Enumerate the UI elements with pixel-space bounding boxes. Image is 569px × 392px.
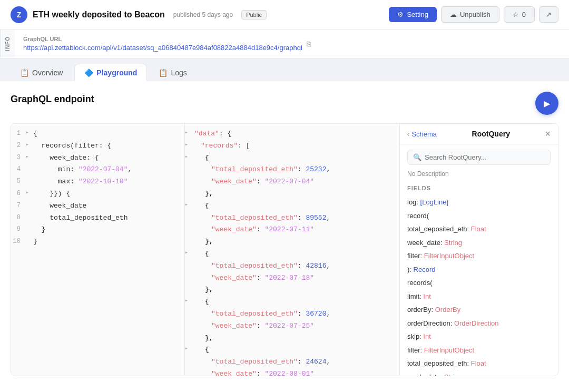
res-line: "week_date": "2022-07-25" (185, 320, 399, 332)
res-line: "week_date": "2022-07-11" (185, 224, 399, 236)
playground-icon: 🔷 (84, 68, 93, 77)
logo: Z (11, 6, 27, 23)
res-line: }, (185, 332, 399, 345)
header-left: Z ETH weekly deposited to Beacon publish… (11, 6, 267, 23)
schema-field-record: record( (400, 209, 558, 223)
tabs-bar: 📋 Overview 🔷 Playground 📋 Logs (0, 58, 569, 81)
tab-overview-label: Overview (32, 68, 63, 77)
res-line: ▸ { (185, 344, 399, 356)
graphql-url[interactable]: https://api.zettablock.com/api/v1/datase… (23, 44, 302, 52)
publish-meta: published 5 days ago (173, 11, 233, 18)
tab-logs[interactable]: 📋 Logs (149, 64, 196, 81)
info-content: GraphQL URL https://api.zettablock.com/a… (15, 30, 319, 58)
schema-pane: ‹ Schema RootQuery × 🔍 No Description FI… (400, 124, 558, 376)
res-line: }, (185, 188, 399, 200)
gear-icon: ⚙ (397, 11, 404, 18)
query-line-10: 10 } (11, 236, 184, 248)
schema-title: RootQuery (472, 130, 510, 138)
schema-subfield-records-total: total_deposited_eth: Float (400, 357, 558, 370)
schema-subfield-limit: limit: Int (400, 290, 558, 303)
schema-subfield-skip: skip: Int (400, 330, 558, 344)
result-pane[interactable]: ▸ "data": { ▸ "records": [ ▸ { "total_de… (185, 124, 400, 376)
schema-subfield-total-deposited-eth: total_deposited_eth: Float (400, 222, 558, 236)
tab-playground[interactable]: 🔷 Playground (74, 64, 147, 81)
query-pane[interactable]: 1 ▸ { 2 ▸ records(filter: { 3 ▸ week_dat… (11, 124, 185, 376)
res-line: ▸ { (185, 296, 399, 308)
star-icon: ☆ (513, 11, 519, 18)
tab-overview[interactable]: 📋 Overview (11, 64, 72, 81)
schema-search-input[interactable] (425, 153, 545, 161)
logs-icon: 📋 (159, 68, 168, 77)
main-content: GraphQL endpoint ▶ 1 ▸ { 2 ▸ records(fil… (0, 81, 569, 392)
info-label: INFO (0, 30, 15, 57)
tab-logs-label: Logs (171, 68, 187, 77)
schema-breadcrumb[interactable]: Schema (411, 130, 437, 138)
overview-icon: 📋 (20, 68, 29, 77)
query-line-3: 3 ▸ week_date: { (11, 152, 184, 164)
query-line-5: 5 max: "2022-10-10" (11, 176, 184, 188)
query-line-8: 8 total_deposited_eth (11, 212, 184, 224)
schema-header: ‹ Schema RootQuery × (400, 124, 558, 144)
schema-field-log: log: [LogLine] (400, 195, 558, 209)
res-line: "total_deposited_eth": 89552, (185, 212, 399, 224)
play-icon: ▶ (544, 99, 550, 109)
setting-button[interactable]: ⚙ Setting (389, 7, 436, 22)
schema-nav: ‹ Schema (407, 130, 437, 138)
export-button[interactable]: ↗ (539, 6, 558, 23)
schema-subfield-week-date: week_date: String (400, 236, 558, 250)
res-line: "total_deposited_eth": 42816, (185, 260, 399, 272)
close-icon[interactable]: × (545, 129, 551, 139)
star-button[interactable]: ☆ 0 (504, 6, 535, 23)
schema-field-records: records( (400, 276, 558, 290)
section-title: GraphQL endpoint (11, 94, 94, 105)
unpublish-button[interactable]: ☁ Unpublish (441, 6, 499, 23)
export-icon: ↗ (546, 11, 552, 18)
query-line-2: 2 ▸ records(filter: { (11, 140, 184, 152)
no-description: No Description (400, 170, 558, 183)
res-line: ▸ { (185, 248, 399, 260)
res-line: ▸ { (185, 200, 399, 212)
query-line-7: 7 week_date (11, 200, 184, 212)
search-icon: 🔍 (413, 153, 421, 161)
res-line: "week_date": "2022-07-04" (185, 176, 399, 188)
upload-icon: ☁ (450, 11, 457, 18)
fields-label: FIELDS (400, 183, 558, 195)
public-badge: Public (241, 10, 267, 19)
run-button[interactable]: ▶ (535, 92, 558, 115)
res-line: "total_deposited_eth": 36720, (185, 308, 399, 320)
schema-subfield-records-filter: filter: FilterInputObject (400, 344, 558, 357)
query-line-1: 1 ▸ { (11, 128, 184, 140)
schema-subfield-filter: filter: FilterInputObject (400, 249, 558, 263)
schema-field-record-return: ): Record (400, 263, 558, 277)
res-line: "week_date": "2022-07-18" (185, 272, 399, 285)
header-actions: ⚙ Setting ☁ Unpublish ☆ 0 ↗ (389, 6, 558, 23)
page-title: ETH weekly deposited to Beacon (33, 10, 165, 19)
res-line: }, (185, 284, 399, 296)
res-line: "week_date": "2022-08-01" (185, 368, 399, 376)
res-line: }, (185, 236, 399, 248)
header: Z ETH weekly deposited to Beacon publish… (0, 0, 569, 30)
res-line: "total_deposited_eth": 25232, (185, 164, 399, 176)
info-bar: INFO GraphQL URL https://api.zettablock.… (0, 30, 569, 58)
res-line: "total_deposited_eth": 24624, (185, 356, 399, 368)
copy-icon[interactable]: ⎘ (307, 40, 311, 48)
tab-playground-label: Playground (96, 68, 137, 77)
res-line: ▸ "data": { (185, 128, 399, 140)
editor-area: 1 ▸ { 2 ▸ records(filter: { 3 ▸ week_dat… (11, 123, 558, 376)
schema-subfield-orderdirection: orderDirection: OrderDirection (400, 317, 558, 330)
url-label: GraphQL URL (23, 36, 302, 42)
schema-subfield-orderby: orderBy: OrderBy (400, 303, 558, 317)
query-line-9: 9 } (11, 224, 184, 236)
query-line-6: 6 ▸ }}) { (11, 188, 184, 200)
schema-subfield-records-week-date: week_date: String (400, 370, 558, 376)
schema-back-icon[interactable]: ‹ (407, 130, 409, 138)
res-line: ▸ "records": [ (185, 140, 399, 152)
query-line-4: 4 min: "2022-07-04", (11, 164, 184, 176)
res-line: ▸ { (185, 152, 399, 164)
schema-search[interactable]: 🔍 (407, 150, 551, 165)
